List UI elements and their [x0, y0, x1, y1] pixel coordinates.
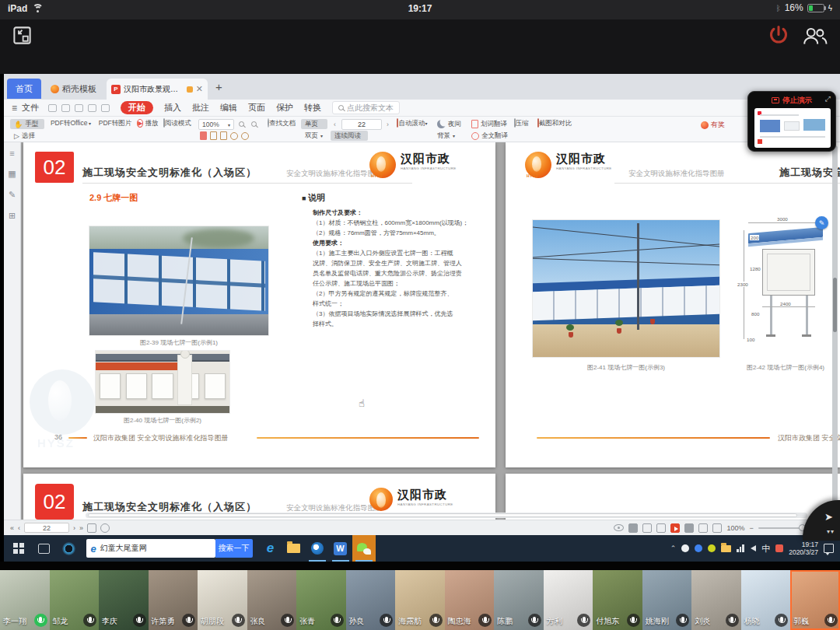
participant-tile[interactable]: 姚海刚 [642, 570, 692, 630]
pdf-to-office-button[interactable]: PDF转Office ▾ [49, 119, 93, 128]
save-icon[interactable] [61, 104, 70, 112]
mic-icon[interactable] [824, 614, 838, 627]
horizontal-scrollbar-thumb[interactable] [88, 513, 797, 517]
play-button[interactable]: ▶ 播放 [136, 119, 159, 128]
compress-button[interactable]: 压缩 [511, 119, 531, 128]
tab-home[interactable]: 首页 [7, 79, 41, 99]
horizontal-scrollbar[interactable] [86, 513, 807, 518]
word-translate-button[interactable]: 划词翻译 [467, 119, 508, 129]
menu-item[interactable]: 转换 [304, 102, 321, 114]
menu-item[interactable]: 保护 [276, 102, 293, 114]
participant-tile[interactable]: 李一翔 [0, 570, 50, 630]
tab-document[interactable]: P 汉阳市政景观标准化...30(1).pdf ✕ [107, 79, 208, 100]
add-bookmark-icon[interactable] [87, 523, 96, 533]
hamburger-icon[interactable]: ≡ [12, 103, 17, 114]
zoom-select[interactable]: 100%▾ [198, 119, 234, 130]
rotate-page-icon[interactable] [100, 523, 110, 533]
tray-folder-icon[interactable] [721, 545, 731, 552]
next-page-icon[interactable]: › [73, 524, 75, 532]
menu-item[interactable]: 页面 [248, 102, 265, 114]
hand-tool-button[interactable]: ✋手型 [10, 119, 44, 129]
mic-icon[interactable] [331, 614, 344, 627]
tray-app-icon-1[interactable] [681, 544, 689, 552]
first-page-icon[interactable]: « [10, 524, 14, 532]
page-number-input[interactable]: 22 [341, 119, 382, 130]
actual-size-icon[interactable] [712, 523, 722, 533]
mic-icon[interactable] [528, 614, 541, 627]
participant-tile[interactable]: 付旭东 [593, 570, 642, 630]
zoom-slider[interactable] [758, 527, 810, 529]
stop-share-label[interactable]: 停止演示 [782, 96, 812, 106]
fit-width-icon[interactable] [684, 523, 694, 533]
participant-tile[interactable]: 张良 [247, 570, 297, 630]
new-tab-button[interactable]: + [215, 80, 222, 93]
single-page-view-icon[interactable] [628, 523, 638, 533]
menu-item[interactable]: 编辑 [220, 102, 237, 114]
volume-icon[interactable] [751, 545, 756, 551]
cortana-icon[interactable] [62, 542, 75, 555]
outline-icon[interactable]: ≡ [9, 149, 14, 158]
participant-tile[interactable]: 郭巍 [790, 570, 840, 630]
menu-item[interactable]: 批注 [192, 102, 209, 114]
participant-tile[interactable]: 刘炎 [691, 570, 741, 630]
participant-tile[interactable]: 许第勇 [149, 570, 198, 630]
mic-icon[interactable] [34, 614, 47, 627]
print-icon[interactable] [75, 104, 83, 112]
prev-page-icon[interactable]: ‹ [18, 524, 20, 532]
participant-tile[interactable]: 海露舫 [395, 570, 445, 630]
taskbar-search-box[interactable]: e 幻童大尾童网 [86, 539, 215, 558]
mic-icon[interactable] [380, 614, 393, 627]
continuous-read-button[interactable]: 连续阅读 [331, 131, 368, 141]
full-translate-button[interactable]: 全文翻译 [467, 131, 508, 141]
participant-tile[interactable]: 张青 [296, 570, 346, 630]
mic-icon[interactable] [83, 614, 96, 627]
task-view-icon[interactable] [38, 544, 50, 554]
eye-protection-icon[interactable] [614, 524, 624, 531]
zoom-out-icon[interactable] [239, 121, 244, 128]
close-tab-icon[interactable]: ✕ [196, 84, 203, 94]
participant-tile[interactable]: 方利 [544, 570, 593, 630]
open-icon[interactable] [48, 104, 57, 112]
double-page-button[interactable]: 双页▾ [301, 131, 327, 141]
zoom-in-icon[interactable] [251, 121, 257, 128]
participants-button[interactable] [801, 26, 829, 49]
start-button[interactable] [13, 543, 24, 554]
snapshot-compare-button[interactable]: 截图和对比 [534, 119, 575, 128]
tray-app-icon-4[interactable] [775, 544, 783, 552]
mic-icon[interactable] [232, 614, 245, 627]
promo-badge[interactable]: 有奖 [701, 120, 725, 130]
minimize-share-icon[interactable] [12, 25, 33, 49]
participant-tile[interactable]: 邹龙 [50, 570, 100, 630]
taskbar-wps-icon[interactable]: W [329, 535, 352, 562]
network-icon[interactable] [737, 544, 745, 552]
mic-icon[interactable] [627, 614, 640, 627]
undo-icon[interactable] [88, 104, 96, 112]
quick-access-icons[interactable] [48, 104, 110, 112]
taskbar-search-button[interactable]: 搜索一下 [215, 539, 253, 558]
menu-item[interactable]: 插入 [164, 102, 181, 114]
redo-icon[interactable] [101, 104, 110, 112]
taskbar-browser-icon[interactable] [306, 535, 329, 562]
vertical-scrollbar[interactable] [832, 145, 838, 511]
mic-icon[interactable] [182, 614, 195, 627]
last-page-icon[interactable]: » [79, 524, 83, 532]
screen-share-float-window[interactable]: 停止演示 ⤢ [747, 91, 836, 152]
play-slideshow-icon[interactable] [670, 523, 680, 533]
taskbar-explorer-icon[interactable] [282, 535, 306, 562]
tray-app-icon-2[interactable] [695, 544, 702, 552]
select-tool-button[interactable]: ▷选择 [10, 131, 44, 141]
taskbar-edge-icon[interactable]: e [259, 535, 282, 562]
auto-scroll-button[interactable]: 自动滚动▾ [396, 119, 429, 128]
leave-meeting-button[interactable] [767, 23, 790, 50]
pdf-page-left[interactable]: 02 施工现场安全文明标准化（入场区） 安全文明设施标准化指导图册 HYSZ 汉… [23, 142, 495, 467]
menu-item[interactable]: 开始 [121, 101, 153, 114]
status-page-input[interactable]: 22 [24, 523, 69, 533]
background-button[interactable]: 背景▾ [433, 131, 463, 141]
taskbar-wechat-icon[interactable] [352, 535, 376, 562]
next-page-icon[interactable]: › [387, 121, 389, 128]
pdf-side-panel[interactable]: ≡ ▦ ✎ ⊞ [4, 142, 21, 520]
mic-icon[interactable] [726, 614, 739, 627]
participant-tile[interactable]: 陈鹏 [494, 570, 544, 630]
document-search-box[interactable]: 点此搜索文本 [332, 101, 400, 114]
night-mode-button[interactable]: 夜间 [433, 119, 463, 129]
